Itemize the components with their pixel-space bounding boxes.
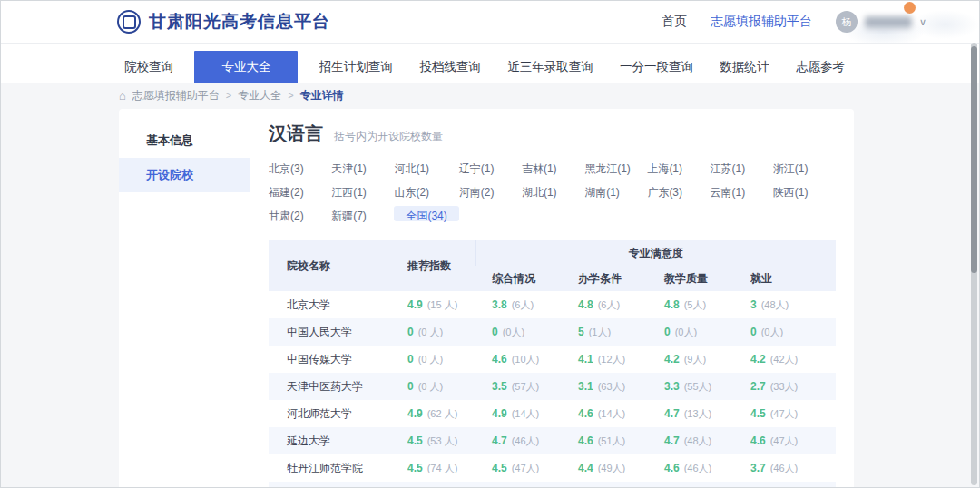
table-row[interactable]: 北京大学4.9(15 人)3.8(6人)4.8(6人)4.8(5人)3(48人) — [269, 291, 836, 318]
province-filter[interactable]: 天津(1) — [331, 161, 394, 177]
rating-cell: 4.5(53 人) — [391, 427, 475, 454]
col-header-recommend: 推荐指数 — [391, 240, 475, 291]
rating-cell: 4.6(10人) — [475, 346, 562, 373]
rating-score: 3.5 — [492, 380, 507, 393]
province-filter[interactable]: 广东(3) — [647, 185, 710, 200]
table-row[interactable]: 延边大学4.5(53 人)4.7(46人)4.6(51人)4.7(48人)4.6… — [269, 427, 836, 454]
rating-count: (62 人) — [427, 408, 458, 419]
platform-title: 甘肃阳光高考信息平台 — [149, 10, 330, 34]
rating-count: (0人) — [761, 327, 783, 337]
school-name: 中国传媒大学 — [269, 346, 391, 373]
rating-count: (13人) — [684, 408, 712, 419]
province-filter[interactable]: 福建(2) — [269, 185, 331, 200]
province-filter[interactable]: 黑龙江(1) — [584, 161, 647, 177]
rating-cell: 0(0 人) — [391, 318, 475, 346]
rating-cell: 3(48人) — [734, 291, 836, 318]
province-filter[interactable]: 浙江(1) — [773, 161, 836, 177]
platform-logo[interactable]: 甘肃阳光高考信息平台 — [117, 10, 330, 34]
breadcrumb-item-majors[interactable]: 专业大全 — [238, 88, 281, 103]
table-row[interactable]: 天津中医药大学0(0 人)3.5(57人)3.1(63人)3.3(55人)2.7… — [269, 373, 836, 400]
rating-cell: 2.7(33人) — [734, 373, 836, 400]
nav-tab-4[interactable]: 投档线查询 — [414, 51, 486, 83]
school-name: 延边大学 — [269, 427, 391, 454]
rating-score: 4.6 — [664, 462, 680, 474]
rating-score: 0 — [664, 326, 671, 338]
rating-score: 0 — [407, 380, 414, 393]
rating-score: 3.3 — [664, 380, 680, 393]
province-filter[interactable]: 湖南(1) — [584, 185, 647, 200]
province-filter[interactable]: 山东(2) — [394, 185, 458, 200]
rating-score: 4.5 — [492, 462, 507, 474]
rating-score: 4.6 — [578, 407, 593, 420]
rating-cell: 3.3(55人) — [648, 373, 734, 400]
nav-tab-5[interactable]: 近三年录取查询 — [502, 51, 599, 83]
table-row[interactable]: 河北师范大学4.9(62 人)4.9(14人)4.6(14人)4.7(13人)4… — [269, 400, 836, 427]
user-menu[interactable]: 杨 ∨ — [836, 11, 926, 33]
rating-score: 4.6 — [750, 434, 766, 447]
top-header: 甘肃阳光高考信息平台 首页 志愿填报辅助平台 杨 ∨ — [1, 1, 979, 43]
rating-score: 3 — [750, 298, 757, 311]
rating-count: (42人) — [770, 354, 799, 365]
rating-cell: 4.9(62 人) — [391, 400, 475, 427]
nav-tab-3[interactable]: 招生计划查询 — [314, 51, 398, 83]
province-filter[interactable]: 辽宁(1) — [459, 161, 522, 177]
rating-cell: 4.6(14人) — [562, 400, 648, 427]
sidebar-item-offering-colleges[interactable]: 开设院校 — [119, 158, 250, 192]
assist-platform-link[interactable]: 志愿填报辅助平台 — [710, 14, 812, 30]
table-row[interactable]: 牡丹江师范学院4.5(74 人)4.5(47人)4.4(49人)4.6(46人)… — [269, 454, 836, 482]
province-filter[interactable]: 上海(1) — [647, 161, 710, 177]
detail-content: 汉语言 括号内为开设院校数量 北京(3)天津(1)河北(1)辽宁(1)吉林(1)… — [250, 109, 854, 487]
school-name: 中国人民大学 — [269, 318, 391, 346]
rating-score: 4.5 — [407, 434, 423, 447]
rating-cell: 4.7(13人) — [648, 400, 734, 427]
scrollbar-thumb[interactable] — [971, 46, 977, 273]
rating-score: 4.1 — [578, 353, 593, 366]
province-filter[interactable]: 北京(3) — [269, 161, 331, 177]
rating-count: (1人) — [589, 327, 611, 337]
app-window: 甘肃阳光高考信息平台 首页 志愿填报辅助平台 杨 ∨ 院校查询专业大全招生计划查… — [0, 0, 980, 488]
rating-cell: 4.9(15 人) — [391, 291, 475, 318]
sidebar-item-basic-info[interactable]: 基本信息 — [119, 123, 250, 158]
rating-cell: 4.7(48人) — [648, 427, 734, 454]
college-table-wrap: 院校名称 推荐指数 专业满意度 综合情况 办学条件 教学质量 就业 — [269, 240, 836, 487]
rating-count: (48人) — [684, 435, 712, 446]
rating-score: 4.9 — [407, 298, 423, 311]
rating-cell: 3.1(63人) — [562, 373, 648, 400]
table-row[interactable]: 中国传媒大学0(0 人)4.6(10人)4.1(12人)4.2(9人)4.2(4… — [269, 346, 836, 373]
rating-score: 4.6 — [578, 434, 593, 447]
rating-cell: 3.7(46人) — [734, 454, 836, 482]
rating-count: (0 人) — [418, 381, 444, 392]
province-filter[interactable]: 甘肃(2) — [269, 209, 331, 224]
rating-score: 0 — [407, 326, 414, 338]
province-filter[interactable]: 河北(1) — [394, 161, 458, 177]
nav-tab-8[interactable]: 志愿参考 — [790, 51, 850, 83]
province-filter[interactable]: 湖北(1) — [522, 185, 584, 200]
province-filter[interactable]: 陕西(1) — [773, 185, 836, 200]
province-filter[interactable]: 云南(1) — [710, 185, 773, 200]
province-filter[interactable]: 河南(2) — [459, 185, 522, 200]
rating-cell: 4.8(6人) — [562, 291, 648, 318]
rating-cell: 4.5(74 人) — [391, 454, 475, 482]
rating-cell: 0(0人) — [475, 318, 562, 346]
col-header-employment: 就业 — [734, 266, 836, 291]
rating-cell: 4.6(46人) — [648, 454, 734, 482]
rating-score: 3.7 — [750, 462, 766, 474]
nav-tab-1[interactable]: 院校查询 — [119, 51, 179, 83]
table-row[interactable]: 中国人民大学0(0 人)0(0人)5(1人)0(0人)0(0人) — [269, 318, 836, 346]
nav-tab-7[interactable]: 数据统计 — [715, 51, 775, 83]
rating-count: (74 人) — [427, 463, 458, 473]
scrollbar — [971, 43, 977, 485]
nav-tab-6[interactable]: 一分一段查询 — [614, 51, 699, 83]
rating-score: 0 — [750, 326, 757, 338]
province-filter[interactable]: 新疆(7) — [331, 209, 394, 224]
breadcrumb-item-platform[interactable]: 志愿填报辅助平台 — [132, 88, 220, 103]
rating-score: 4.2 — [750, 353, 766, 366]
rating-count: (0 人) — [418, 327, 444, 337]
province-filter[interactable]: 江西(1) — [331, 185, 394, 200]
province-filter[interactable]: 全国(34) — [394, 206, 458, 221]
nav-tab-2[interactable]: 专业大全 — [194, 51, 298, 83]
province-filter[interactable]: 吉林(1) — [522, 161, 584, 177]
rating-count: (53 人) — [427, 435, 458, 446]
home-link[interactable]: 首页 — [662, 14, 687, 30]
province-filter[interactable]: 江苏(1) — [710, 161, 773, 177]
